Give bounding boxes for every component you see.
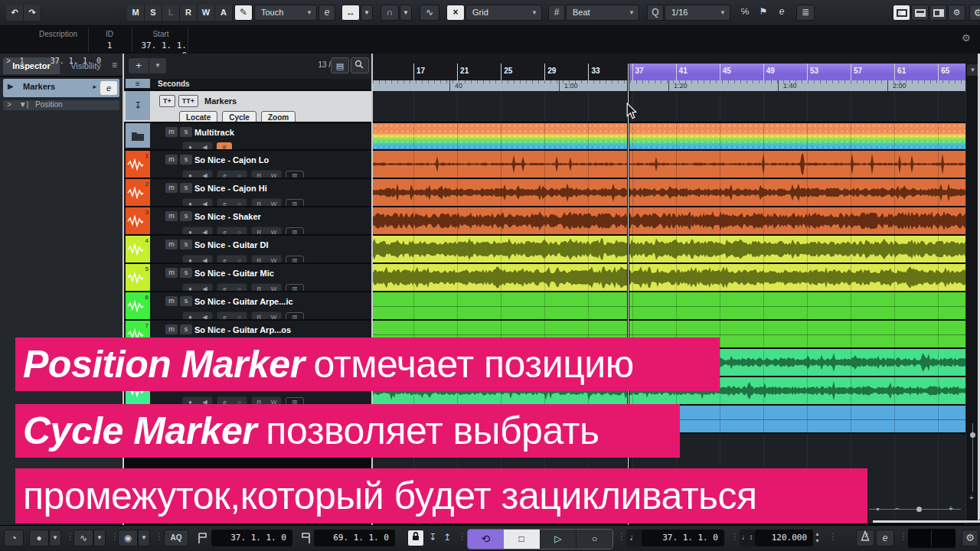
- play-icon[interactable]: ▶: [8, 82, 14, 90]
- audio-track-row[interactable]: 2msSo Nice - Cajon Hi●◀e○RW▥: [124, 179, 371, 207]
- tempo-spinner[interactable]: ▲▼: [815, 530, 820, 544]
- snap-options-button[interactable]: ▼: [400, 5, 412, 21]
- write-automation-icon[interactable]: W: [266, 171, 281, 179]
- marker-track-row[interactable]: ↧T+TT+MarkersLocateCycleZoom: [124, 91, 371, 123]
- marker-add-marker-button[interactable]: T+: [159, 95, 175, 107]
- metronome-icon[interactable]: [856, 530, 874, 546]
- audio-track-row[interactable]: 1msSo Nice - Cajon Lo●◀e○RW▥: [124, 151, 371, 179]
- tempo-display[interactable]: 120.000: [755, 530, 813, 546]
- audio-event-guitar-di[interactable]: [373, 236, 968, 264]
- channel-strip-icon[interactable]: ▥: [286, 227, 304, 236]
- position-display[interactable]: 37. 1. 1. 0: [642, 530, 724, 546]
- horizontal-zoom-thumb[interactable]: [916, 507, 922, 512]
- row-select-icon[interactable]: >: [6, 57, 11, 65]
- mute-button[interactable]: m: [165, 240, 178, 249]
- channel-strip-icon[interactable]: ▥: [286, 199, 304, 207]
- audio-track-row[interactable]: 4msSo Nice - Guitar DI●◀e○RW▥: [124, 236, 371, 264]
- zoom-in-icon[interactable]: +: [949, 504, 953, 513]
- autoscroll-options-button[interactable]: ▼: [361, 5, 373, 21]
- freeze-icon[interactable]: ○: [232, 199, 247, 207]
- monitor-icon[interactable]: ◀: [198, 171, 212, 179]
- marker-list-row[interactable]: >137. 1. 1. 0: [0, 57, 122, 67]
- right-locator-flag-icon[interactable]: [300, 533, 311, 544]
- freeze-icon[interactable]: ○: [232, 256, 247, 264]
- audio-record-mode-icon[interactable]: ∿: [74, 530, 93, 546]
- metronome-setup-button[interactable]: e: [876, 530, 894, 546]
- record-enable-icon[interactable]: ●: [183, 284, 198, 292]
- write-automation-icon[interactable]: W: [266, 284, 281, 292]
- audio-event-guitar-arp-1[interactable]: [373, 292, 968, 321]
- audio-track-row[interactable]: 5msSo Nice - Guitar Mic●◀e○RW▥: [124, 264, 371, 292]
- read-automation-icon[interactable]: R: [252, 312, 266, 321]
- marker-lane[interactable]: [373, 91, 968, 123]
- audio-event-shaker[interactable]: [373, 207, 968, 236]
- stop-button[interactable]: □: [504, 530, 540, 549]
- infoline-gear-icon[interactable]: ⚙: [962, 32, 971, 44]
- freeze-icon[interactable]: ○: [232, 227, 247, 236]
- solo-button[interactable]: s: [180, 296, 192, 306]
- monitor-icon[interactable]: ◀: [198, 227, 212, 236]
- redo-icon[interactable]: ↷: [24, 5, 41, 21]
- group-edit-icon[interactable]: ≡: [217, 142, 232, 151]
- edit-channel-icon[interactable]: e: [217, 284, 232, 292]
- marker-cycle-button[interactable]: Cycle: [222, 111, 256, 123]
- write-automation-icon[interactable]: W: [266, 227, 281, 236]
- record-enable-icon[interactable]: ●: [183, 256, 198, 264]
- markers-edit-button[interactable]: e: [100, 81, 117, 95]
- mute-button[interactable]: m: [165, 296, 178, 306]
- quantize-flag-icon[interactable]: ⚑: [755, 5, 772, 21]
- mute-button[interactable]: m: [165, 268, 178, 278]
- right-locator-display[interactable]: 69. 1. 1. 0: [314, 530, 395, 546]
- monitor-icon[interactable]: ◀: [198, 312, 212, 321]
- marker-zoom-button[interactable]: Zoom: [261, 111, 296, 123]
- edit-channel-icon[interactable]: e: [217, 256, 232, 264]
- left-locator-display[interactable]: 37. 1. 1. 0: [211, 530, 292, 546]
- marker-locate-button[interactable]: Locate: [179, 111, 217, 123]
- channel-strip-icon[interactable]: ▥: [286, 312, 304, 321]
- automation-letter-l[interactable]: L: [162, 5, 180, 21]
- freeze-icon[interactable]: ○: [232, 312, 247, 321]
- folder-track-row[interactable]: msMultitrack●◀≡: [124, 123, 371, 151]
- channel-strip-icon[interactable]: ▥: [286, 171, 304, 179]
- bar-ruler[interactable]: 17212529333741454953576165: [373, 64, 980, 80]
- grid-type-select[interactable]: Grid▼: [466, 5, 542, 21]
- read-automation-icon[interactable]: R: [252, 256, 266, 264]
- cycle-button[interactable]: ⟲: [468, 530, 504, 549]
- grid-mode-select[interactable]: Beat▼: [566, 5, 639, 21]
- mute-button[interactable]: m: [165, 155, 178, 165]
- toggle-right-zone-button[interactable]: [929, 5, 947, 21]
- record-mode-icon[interactable]: ●: [29, 530, 49, 546]
- search-icon[interactable]: [351, 57, 369, 73]
- automation-letter-s[interactable]: S: [145, 5, 162, 21]
- midi-record-options-button[interactable]: ▼: [138, 530, 150, 546]
- quantize-panel-icon[interactable]: e: [773, 5, 790, 21]
- undo-icon[interactable]: ↶: [6, 5, 24, 21]
- solo-button[interactable]: s: [180, 155, 192, 165]
- audio-track-row[interactable]: 6msSo Nice - Guitar Arpe...ic●◀e○RW▥: [124, 292, 371, 321]
- punch-out-icon[interactable]: ↥: [440, 530, 454, 546]
- midi-record-mode-icon[interactable]: ◉: [118, 530, 138, 546]
- read-automation-icon[interactable]: R: [252, 171, 266, 179]
- transport-gear-icon[interactable]: ⚙: [962, 530, 978, 546]
- record-mode-options-button[interactable]: ▼: [49, 530, 61, 546]
- ruler-track-row[interactable]: ≡Seconds: [124, 79, 371, 91]
- channel-strip-icon[interactable]: ▥: [286, 284, 304, 292]
- quantize-select[interactable]: 1/16▼: [665, 5, 730, 21]
- constrain-delay-icon[interactable]: ◔: [4, 530, 24, 546]
- freeze-icon[interactable]: ○: [232, 171, 247, 179]
- record-enable-icon[interactable]: ●: [183, 227, 198, 236]
- write-automation-icon[interactable]: W: [266, 199, 281, 207]
- marker-id-value[interactable]: 1: [98, 41, 121, 51]
- read-automation-icon[interactable]: R: [252, 284, 266, 292]
- time-ruler[interactable]: 401:001:201:402:00: [373, 80, 968, 91]
- record-button[interactable]: ○: [576, 530, 612, 549]
- play-button[interactable]: ▷: [540, 530, 577, 549]
- mute-button[interactable]: m: [165, 127, 178, 137]
- edit-channel-icon[interactable]: e: [217, 312, 232, 321]
- edit-channel-icon[interactable]: e: [217, 227, 232, 236]
- monitor-icon[interactable]: ◀: [198, 256, 212, 264]
- channel-strip-icon[interactable]: ▥: [286, 256, 304, 264]
- add-track-options-button[interactable]: ▼: [149, 58, 166, 73]
- read-automation-icon[interactable]: R: [252, 227, 266, 236]
- align-bars-icon[interactable]: ≣: [796, 5, 815, 21]
